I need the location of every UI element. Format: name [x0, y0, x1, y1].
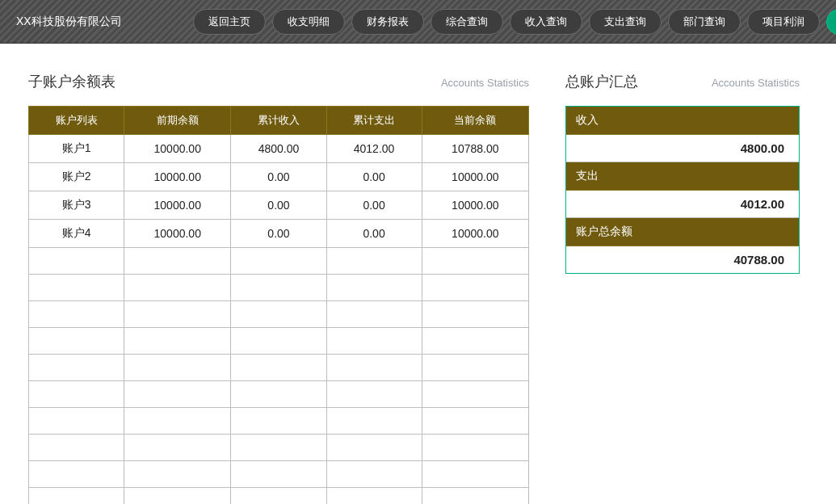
table-cell-empty [231, 275, 326, 301]
th-total-expense: 累计支出 [326, 107, 422, 135]
table-cell-empty [231, 301, 326, 328]
table-row-empty [29, 355, 529, 381]
table-row-empty [29, 435, 529, 461]
table-row-empty [29, 461, 529, 488]
table-cell: 10000.00 [124, 135, 231, 163]
nav-home[interactable]: 返回主页 [193, 9, 266, 35]
table-cell-empty [124, 328, 231, 355]
table-cell: 10000.00 [422, 163, 528, 191]
table-cell-empty [29, 381, 124, 408]
th-total-income: 累计收入 [231, 107, 326, 135]
left-panel-title: 子账户余额表 [28, 72, 116, 91]
table-cell: 10000.00 [422, 220, 528, 248]
table-cell-empty [231, 435, 326, 461]
table-cell-empty [29, 275, 124, 301]
table-cell-empty [422, 355, 528, 381]
table-cell-empty [29, 435, 124, 461]
table-row-empty [29, 381, 529, 408]
table-cell-empty [326, 248, 422, 275]
th-current-balance: 当前余额 [422, 107, 528, 135]
nav-dept[interactable]: 部门查询 [668, 9, 741, 35]
table-row-empty [29, 488, 529, 505]
summary-label: 支出 [566, 162, 799, 191]
table-cell-empty [231, 328, 326, 355]
content-area: 子账户余额表 Accounts Statistics 账户列表 前期余额 累计收… [0, 44, 836, 504]
table-cell-empty [124, 435, 231, 461]
table-cell-empty [29, 461, 124, 488]
company-name: XX科技股份有限公司 [16, 15, 122, 29]
table-cell-empty [124, 355, 231, 381]
table-row-empty [29, 275, 529, 301]
table-cell-empty [422, 381, 528, 408]
table-cell-empty [124, 275, 231, 301]
table-cell-empty [326, 328, 422, 355]
topbar: XX科技股份有限公司 返回主页 收支明细 财务报表 综合查询 收入查询 支出查询… [0, 0, 836, 44]
table-cell-empty [231, 355, 326, 381]
table-cell: 0.00 [326, 220, 422, 248]
table-row-empty [29, 408, 529, 435]
table-cell: 10000.00 [124, 163, 231, 191]
table-row[interactable]: 账户210000.000.000.0010000.00 [29, 163, 529, 191]
table-cell: 0.00 [231, 191, 326, 220]
table-cell-empty [231, 381, 326, 408]
summary-label: 收入 [566, 107, 799, 135]
nav-project[interactable]: 项目利润 [747, 9, 820, 35]
nav-detail[interactable]: 收支明细 [272, 9, 345, 35]
table-cell-empty [29, 488, 124, 505]
table-cell-empty [124, 381, 231, 408]
nav-income[interactable]: 收入查询 [510, 9, 582, 35]
table-cell-empty [231, 408, 326, 435]
table-cell: 0.00 [231, 163, 326, 191]
left-panel-header: 子账户余额表 Accounts Statistics [28, 72, 529, 91]
sub-accounts-panel: 子账户余额表 Accounts Statistics 账户列表 前期余额 累计收… [28, 72, 529, 504]
table-row[interactable]: 账户310000.000.000.0010000.00 [29, 191, 529, 220]
table-cell: 10000.00 [124, 220, 231, 248]
table-row[interactable]: 账户410000.000.000.0010000.00 [29, 220, 529, 248]
nav-query[interactable]: 综合查询 [431, 9, 503, 35]
table-cell: 账户2 [29, 163, 124, 191]
table-cell-empty [422, 328, 528, 355]
table-cell-empty [326, 381, 422, 408]
table-row-empty [29, 328, 529, 355]
summary-value: 4012.00 [566, 191, 799, 218]
table-cell-empty [29, 301, 124, 328]
summary-label: 账户总余额 [566, 218, 799, 246]
nav-extra[interactable]: 账 [826, 9, 836, 35]
table-cell-empty [326, 355, 422, 381]
table-cell: 10000.00 [422, 191, 528, 220]
left-panel-subtitle: Accounts Statistics [441, 77, 529, 89]
nav-report[interactable]: 财务报表 [351, 9, 424, 35]
table-cell-empty [124, 408, 231, 435]
table-cell-empty [422, 488, 528, 505]
table-cell-empty [124, 301, 231, 328]
table-cell-empty [29, 355, 124, 381]
table-cell: 4800.00 [231, 135, 326, 163]
table-cell-empty [422, 408, 528, 435]
table-cell-empty [231, 488, 326, 505]
table-cell: 0.00 [326, 191, 422, 220]
table-cell-empty [326, 301, 422, 328]
table-row[interactable]: 账户110000.004800.004012.0010788.00 [29, 135, 529, 163]
accounts-table: 账户列表 前期余额 累计收入 累计支出 当前余额 账户110000.004800… [28, 106, 529, 504]
table-row-empty [29, 301, 529, 328]
summary-value: 40788.00 [566, 246, 799, 273]
table-cell-empty [231, 248, 326, 275]
table-cell-empty [422, 435, 528, 461]
table-cell-empty [124, 488, 231, 505]
th-prev-balance: 前期余额 [124, 107, 231, 135]
table-cell: 账户1 [29, 135, 124, 163]
table-cell-empty [231, 461, 326, 488]
table-cell-empty [422, 461, 528, 488]
table-cell: 账户3 [29, 191, 124, 220]
table-cell-empty [29, 248, 124, 275]
table-cell-empty [124, 248, 231, 275]
table-cell-empty [422, 301, 528, 328]
table-cell: 账户4 [29, 220, 124, 248]
table-header-row: 账户列表 前期余额 累计收入 累计支出 当前余额 [29, 107, 529, 135]
table-cell-empty [326, 488, 422, 505]
table-cell-empty [422, 248, 528, 275]
th-account: 账户列表 [29, 107, 124, 135]
table-cell-empty [326, 461, 422, 488]
nav-expense[interactable]: 支出查询 [589, 9, 662, 35]
table-cell: 10788.00 [422, 135, 528, 163]
